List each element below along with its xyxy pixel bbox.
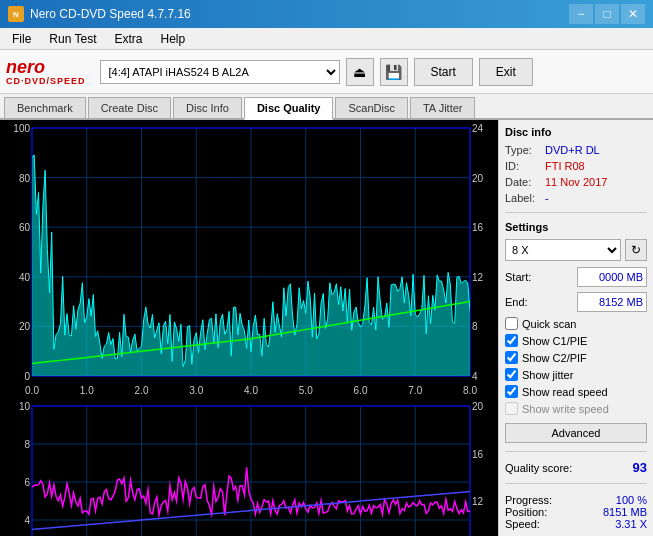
disc-label-label: Label: bbox=[505, 192, 541, 204]
tab-benchmark[interactable]: Benchmark bbox=[4, 97, 86, 118]
side-panel: Disc info Type: DVD+R DL ID: FTI R08 Dat… bbox=[498, 120, 653, 536]
start-mb-row: Start: bbox=[505, 267, 647, 287]
main-content: PI Errors Average: 12.34 Maximum: 83 Tot… bbox=[0, 120, 653, 536]
start-label: Start: bbox=[505, 271, 531, 283]
disc-id-label: ID: bbox=[505, 160, 541, 172]
speed-label: Speed: bbox=[505, 518, 540, 530]
end-label: End: bbox=[505, 296, 528, 308]
title-bar: N Nero CD-DVD Speed 4.7.7.16 − □ ✕ bbox=[0, 0, 653, 28]
end-mb-row: End: bbox=[505, 292, 647, 312]
show-read-speed-label: Show read speed bbox=[522, 386, 608, 398]
progress-section: Progress: 100 % Position: 8151 MB Speed:… bbox=[505, 494, 647, 530]
disc-id-row: ID: FTI R08 bbox=[505, 160, 647, 172]
tab-scan-disc[interactable]: ScanDisc bbox=[335, 97, 407, 118]
bottom-chart bbox=[0, 398, 498, 536]
show-c2pif-row: Show C2/PIF bbox=[505, 351, 647, 364]
quality-score-value: 93 bbox=[633, 460, 647, 475]
tab-create-disc[interactable]: Create Disc bbox=[88, 97, 171, 118]
progress-value: 100 % bbox=[616, 494, 647, 506]
disc-type-value: DVD+R DL bbox=[545, 144, 600, 156]
show-jitter-checkbox[interactable] bbox=[505, 368, 518, 381]
save-button[interactable]: 💾 bbox=[380, 58, 408, 86]
app-title: Nero CD-DVD Speed 4.7.7.16 bbox=[30, 7, 191, 21]
eject-button[interactable]: ⏏ bbox=[346, 58, 374, 86]
speed-select[interactable]: 8 X bbox=[505, 239, 621, 261]
tab-ta-jitter[interactable]: TA Jitter bbox=[410, 97, 476, 118]
tab-bar: Benchmark Create Disc Disc Info Disc Qua… bbox=[0, 94, 653, 120]
quality-score-row: Quality score: 93 bbox=[505, 460, 647, 475]
quality-score-label: Quality score: bbox=[505, 462, 572, 474]
settings-title: Settings bbox=[505, 221, 647, 233]
show-c1pie-checkbox[interactable] bbox=[505, 334, 518, 347]
divider-2 bbox=[505, 451, 647, 452]
disc-type-label: Type: bbox=[505, 144, 541, 156]
show-write-speed-checkbox[interactable] bbox=[505, 402, 518, 415]
progress-row: Progress: 100 % bbox=[505, 494, 647, 506]
disc-date-label: Date: bbox=[505, 176, 541, 188]
menu-extra[interactable]: Extra bbox=[106, 30, 150, 48]
quick-scan-label: Quick scan bbox=[522, 318, 576, 330]
drive-select[interactable]: [4:4] ATAPI iHAS524 B AL2A bbox=[100, 60, 340, 84]
show-read-speed-checkbox[interactable] bbox=[505, 385, 518, 398]
disc-label-value: - bbox=[545, 192, 549, 204]
end-mb-input[interactable] bbox=[577, 292, 647, 312]
menu-run-test[interactable]: Run Test bbox=[41, 30, 104, 48]
disc-label-row: Label: - bbox=[505, 192, 647, 204]
speed-row: Speed: 3.31 X bbox=[505, 518, 647, 530]
show-jitter-row: Show jitter bbox=[505, 368, 647, 381]
position-label: Position: bbox=[505, 506, 547, 518]
disc-id-value: FTI R08 bbox=[545, 160, 585, 172]
position-value: 8151 MB bbox=[603, 506, 647, 518]
divider-1 bbox=[505, 212, 647, 213]
show-c2pif-checkbox[interactable] bbox=[505, 351, 518, 364]
app-icon: N bbox=[8, 6, 24, 22]
start-button[interactable]: Start bbox=[414, 58, 473, 86]
top-chart bbox=[0, 120, 498, 398]
speed-settings-row: 8 X ↻ bbox=[505, 239, 647, 261]
quick-scan-checkbox[interactable] bbox=[505, 317, 518, 330]
nero-product-text: CD·DVD/SPEED bbox=[6, 76, 86, 86]
show-c1pie-label: Show C1/PIE bbox=[522, 335, 587, 347]
refresh-button[interactable]: ↻ bbox=[625, 239, 647, 261]
quick-scan-row: Quick scan bbox=[505, 317, 647, 330]
start-mb-input[interactable] bbox=[577, 267, 647, 287]
disc-date-value: 11 Nov 2017 bbox=[545, 176, 607, 188]
show-c1pie-row: Show C1/PIE bbox=[505, 334, 647, 347]
nero-brand-text: nero bbox=[6, 58, 45, 76]
menu-bar: File Run Test Extra Help bbox=[0, 28, 653, 50]
show-c2pif-label: Show C2/PIF bbox=[522, 352, 587, 364]
show-write-speed-label: Show write speed bbox=[522, 403, 609, 415]
minimize-button[interactable]: − bbox=[569, 4, 593, 24]
close-button[interactable]: ✕ bbox=[621, 4, 645, 24]
exit-button[interactable]: Exit bbox=[479, 58, 533, 86]
show-jitter-label: Show jitter bbox=[522, 369, 573, 381]
menu-file[interactable]: File bbox=[4, 30, 39, 48]
maximize-button[interactable]: □ bbox=[595, 4, 619, 24]
divider-3 bbox=[505, 483, 647, 484]
disc-type-row: Type: DVD+R DL bbox=[505, 144, 647, 156]
progress-label: Progress: bbox=[505, 494, 552, 506]
advanced-button[interactable]: Advanced bbox=[505, 423, 647, 443]
tab-disc-info[interactable]: Disc Info bbox=[173, 97, 242, 118]
disc-date-row: Date: 11 Nov 2017 bbox=[505, 176, 647, 188]
speed-value: 3.31 X bbox=[615, 518, 647, 530]
show-write-speed-row: Show write speed bbox=[505, 402, 647, 415]
disc-info-title: Disc info bbox=[505, 126, 647, 138]
show-read-speed-row: Show read speed bbox=[505, 385, 647, 398]
nero-logo: nero CD·DVD/SPEED bbox=[6, 58, 86, 86]
toolbar: nero CD·DVD/SPEED [4:4] ATAPI iHAS524 B … bbox=[0, 50, 653, 94]
tab-disc-quality[interactable]: Disc Quality bbox=[244, 97, 334, 120]
position-row: Position: 8151 MB bbox=[505, 506, 647, 518]
menu-help[interactable]: Help bbox=[153, 30, 194, 48]
